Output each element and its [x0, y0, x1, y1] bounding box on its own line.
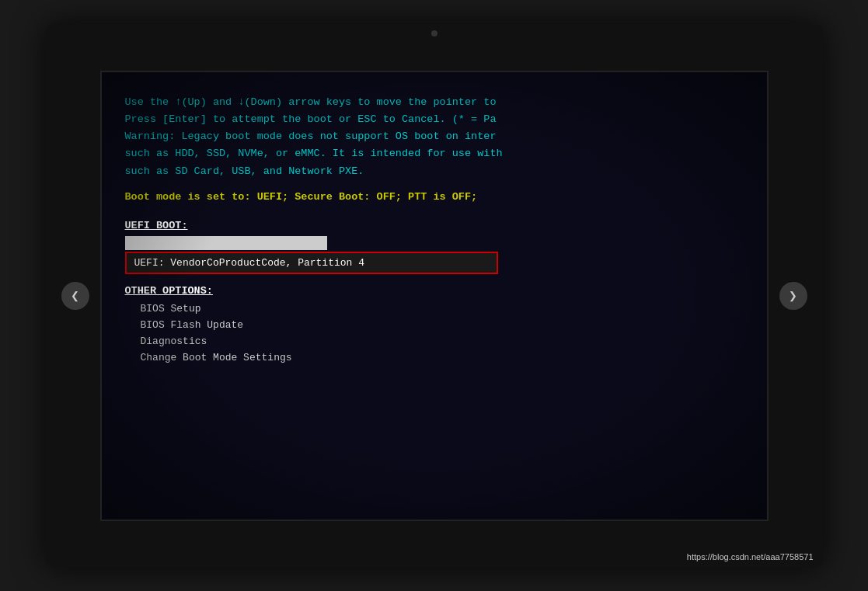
left-chevron-icon: ❮ [71, 287, 79, 304]
instruction-line-4: such as HDD, SSD, NVMe, or eMMC. It is i… [125, 145, 744, 162]
instruction-line-5: such as SD Card, USB, and Network PXE. [125, 163, 744, 180]
boot-mode-status: Boot mode is set to: UEFI; Secure Boot: … [125, 191, 744, 203]
uefi-boot-label: UEFI BOOT: [125, 220, 744, 231]
instruction-line-1: Use the ↑(Up) and ↓(Down) arrow keys to … [125, 94, 744, 111]
selected-entry-text: UEFI: VendorCoProductCode, Partition 4 [134, 257, 364, 269]
selected-boot-entry[interactable]: UEFI: VendorCoProductCode, Partition 4 [125, 252, 498, 274]
right-chevron-icon: ❯ [789, 287, 797, 304]
menu-item-change-boot-mode[interactable]: Change Boot Mode Settings [125, 352, 744, 363]
nav-arrow-right[interactable]: ❯ [779, 282, 807, 310]
menu-items-list: BIOS Setup BIOS Flash Update Diagnostics… [125, 303, 744, 363]
watermark: https://blog.csdn.net/aaa7758571 [687, 552, 814, 561]
menu-item-bios-flash[interactable]: BIOS Flash Update [125, 319, 744, 331]
uefi-item-bar[interactable] [125, 236, 327, 250]
instruction-block: Use the ↑(Up) and ↓(Down) arrow keys to … [125, 94, 744, 180]
nav-arrow-left[interactable]: ❮ [61, 282, 89, 310]
menu-item-bios-setup[interactable]: BIOS Setup [125, 303, 744, 315]
other-options-label: OTHER OPTIONS: [125, 285, 744, 297]
instruction-line-3: Warning: Legacy boot mode does not suppo… [125, 128, 744, 145]
bios-screen-container: Use the ↑(Up) and ↓(Down) arrow keys to … [100, 71, 769, 521]
instruction-line-2: Press [Enter] to attempt the boot or ESC… [125, 111, 744, 128]
menu-item-diagnostics[interactable]: Diagnostics [125, 335, 744, 347]
bios-screen: Use the ↑(Up) and ↓(Down) arrow keys to … [102, 72, 767, 520]
photo-frame: ❮ Use the ↑(Up) and ↓(Down) arrow keys t… [46, 24, 823, 568]
